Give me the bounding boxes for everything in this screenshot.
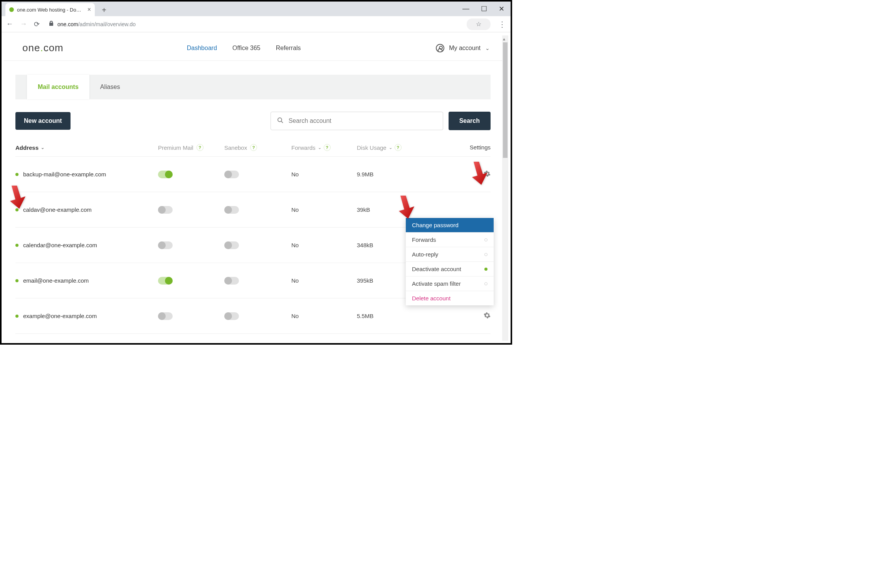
chevron-down-icon: ⌄: [41, 145, 44, 150]
annotation-arrow-icon: [8, 185, 27, 211]
menu-deactivate[interactable]: Deactivate account: [406, 262, 494, 276]
forwards-value: No: [291, 242, 357, 248]
url-text: one.com/admin/mail/overview.do: [57, 21, 136, 27]
sanebox-toggle[interactable]: [224, 241, 239, 249]
new-tab-button[interactable]: +: [99, 5, 109, 15]
account-label: My account: [449, 45, 481, 52]
chevron-down-icon: ⌄: [318, 145, 321, 150]
help-icon[interactable]: ?: [197, 144, 203, 151]
col-disk[interactable]: Disk Usage ⌄ ?: [357, 144, 445, 151]
close-icon[interactable]: ×: [87, 6, 91, 13]
forwards-value: No: [291, 277, 357, 284]
browser-addressbar: ← → ⟳ one.com/admin/mail/overview.do ☆ ⋮: [2, 16, 511, 32]
col-sanebox: Sanebox ?: [224, 144, 291, 151]
annotation-arrow-icon: [470, 161, 489, 187]
sanebox-toggle[interactable]: [224, 171, 239, 178]
forwards-value: No: [291, 171, 357, 178]
browser-tab[interactable]: one.com Web hosting - Domain... ×: [5, 3, 95, 16]
svg-point-0: [278, 118, 282, 122]
search-icon: [277, 117, 283, 125]
nav-referrals[interactable]: Referrals: [276, 45, 301, 52]
disk-value: 9.9MB: [357, 171, 445, 178]
new-account-button[interactable]: New account: [15, 112, 71, 130]
tab-title: one.com Web hosting - Domain...: [17, 7, 84, 13]
page-scrollbar[interactable]: [502, 35, 508, 341]
help-icon[interactable]: ?: [395, 144, 402, 151]
search-box[interactable]: [271, 112, 443, 130]
star-icon[interactable]: ☆: [467, 18, 491, 30]
help-icon[interactable]: ?: [250, 144, 257, 151]
premium-toggle[interactable]: [158, 241, 173, 249]
logo[interactable]: one.com: [22, 42, 64, 54]
menu-delete[interactable]: Delete account: [406, 291, 494, 305]
url-field[interactable]: one.com/admin/mail/overview.do: [44, 18, 462, 30]
email-address: example@one-example.com: [23, 313, 97, 319]
status-dot-empty: [484, 238, 487, 241]
window-minimize[interactable]: ―: [462, 5, 469, 13]
chevron-down-icon: ⌄: [485, 45, 490, 51]
email-address: email@one-example.com: [23, 277, 89, 284]
kebab-menu-icon[interactable]: ⋮: [498, 20, 506, 29]
browser-tabstrip: one.com Web hosting - Domain... × +: [2, 2, 511, 16]
account-menu[interactable]: My account ⌄: [436, 44, 490, 52]
chevron-down-icon: ⌄: [389, 145, 392, 150]
email-address: backup-mail@one-example.com: [23, 171, 106, 178]
nav-office365[interactable]: Office 365: [232, 45, 261, 52]
menu-change-password[interactable]: Change password: [406, 218, 494, 233]
favicon-icon: [9, 7, 14, 12]
status-dot-icon: [15, 173, 18, 176]
reload-icon[interactable]: ⟳: [34, 20, 40, 28]
forwards-value: No: [291, 206, 357, 213]
menu-auto-reply[interactable]: Auto-reply: [406, 247, 494, 262]
col-settings: Settings: [445, 144, 491, 151]
col-forwards[interactable]: Forwards ⌄ ?: [291, 144, 357, 151]
col-address[interactable]: Address ⌄: [15, 144, 158, 151]
help-icon[interactable]: ?: [324, 144, 331, 151]
window-close[interactable]: ✕: [499, 5, 504, 13]
sanebox-toggle[interactable]: [224, 277, 239, 285]
premium-toggle[interactable]: [158, 171, 173, 178]
window-maximize[interactable]: ☐: [481, 5, 487, 13]
premium-toggle[interactable]: [158, 312, 173, 320]
site-header: one.com Dashboard Office 365 Referrals M…: [4, 35, 508, 61]
gear-icon[interactable]: [484, 313, 491, 320]
col-premium: Premium Mail ?: [158, 144, 224, 151]
annotation-arrow-icon: [397, 195, 416, 221]
subtabs: Mail accounts Aliases: [15, 75, 491, 99]
table-row: backup-mail@one-example.comNo9.9MB: [15, 157, 491, 192]
search-button[interactable]: Search: [449, 112, 491, 130]
premium-toggle[interactable]: [158, 277, 173, 285]
tab-mail-accounts[interactable]: Mail accounts: [27, 75, 89, 99]
status-dot-icon: [15, 315, 18, 318]
tab-aliases[interactable]: Aliases: [89, 75, 131, 99]
menu-spam-filter[interactable]: Activate spam filter: [406, 276, 494, 291]
premium-toggle[interactable]: [158, 206, 173, 214]
user-icon: [436, 44, 444, 52]
nav-dashboard[interactable]: Dashboard: [187, 45, 217, 52]
search-input[interactable]: [289, 117, 437, 124]
status-dot-empty: [484, 253, 487, 256]
back-icon[interactable]: ←: [6, 20, 13, 28]
lock-icon: [49, 21, 54, 28]
window-controls: ― ☐ ✕: [462, 5, 504, 13]
forwards-value: No: [291, 313, 357, 319]
forward-icon[interactable]: →: [20, 20, 27, 28]
status-dot-empty: [484, 282, 487, 285]
email-address: caldav@one-example.com: [23, 206, 92, 213]
svg-line-1: [281, 121, 283, 123]
disk-value: 5.5MB: [357, 313, 445, 319]
menu-forwards[interactable]: Forwards: [406, 233, 494, 247]
sanebox-toggle[interactable]: [224, 206, 239, 214]
status-dot-green: [484, 268, 487, 271]
status-dot-icon: [15, 244, 18, 247]
sanebox-toggle[interactable]: [224, 312, 239, 320]
settings-dropdown: Change password Forwards Auto-reply Deac…: [406, 218, 494, 305]
status-dot-icon: [15, 279, 18, 282]
email-address: calendar@one-example.com: [23, 242, 97, 248]
